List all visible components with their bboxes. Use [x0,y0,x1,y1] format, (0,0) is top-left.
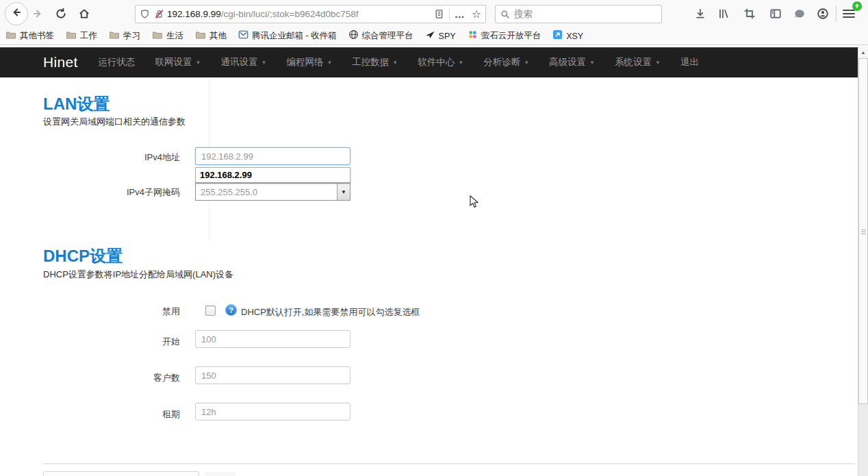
scrollbar-thumb[interactable] [858,58,868,404]
arrow-right-icon [31,8,44,23]
url-domain: 192.168.9.99 [167,9,221,19]
cut-off-element [205,473,235,476]
search-icon [500,10,510,19]
dhcp-lease-input[interactable] [195,403,350,421]
bookmark-folder-study[interactable]: 学习 [109,30,140,42]
browser-window: 192.168.9.99/cgi-bin/luci/;stok=b9624d0b… [0,0,868,476]
dhcp-start-label: 开始 [41,336,180,348]
autocomplete-dropdown: 192.168.2.99 [195,167,350,183]
dhcp-clients-input[interactable] [195,366,350,384]
nav-item-system-settings[interactable]: 系统设置 [615,56,661,68]
bookmark-label: 腾讯企业邮箱 - 收件箱 [252,30,337,42]
page-actions-icon[interactable] [455,8,465,20]
sidebar-button[interactable] [769,8,782,23]
bookmark-xsy[interactable]: XSY [552,29,583,42]
update-badge-icon [852,1,862,11]
lan-section-title: LAN设置 [43,93,110,115]
reload-icon [55,8,67,23]
folder-icon [66,30,77,42]
mail-icon [238,29,248,42]
autocomplete-suggestion[interactable]: 192.168.2.99 [196,168,350,182]
bookmark-spy[interactable]: SPY [425,29,456,42]
home-button[interactable] [78,8,90,23]
vertical-scrollbar[interactable] [858,47,868,476]
url-text: 192.168.9.99/cgi-bin/luci/;stok=b9624d0b… [167,9,434,19]
nav-item-advanced-settings[interactable]: 高级设置 [549,56,595,68]
downloads-button[interactable] [694,8,706,23]
bookmark-label: 工作 [80,30,97,42]
url-bar[interactable]: 192.168.9.99/cgi-bin/luci/;stok=b9624d0b… [135,5,486,23]
bookmark-label: SPY [439,32,456,41]
bookmarks-bar: 其他书签 工作 学习 生活 其他 腾讯企业邮箱 - 收件箱 综合管理平台 SP [0,27,868,45]
insecure-lock-icon[interactable] [154,9,164,19]
dhcp-disable-checkbox[interactable] [205,305,216,316]
dhcp-start-input[interactable] [195,330,350,348]
bookmark-folder-work[interactable]: 工作 [66,30,97,42]
scroll-up-icon[interactable] [858,47,868,58]
mouse-cursor [470,195,479,212]
bookmark-folder-life[interactable]: 生活 [152,30,183,42]
search-bar [495,5,662,23]
nav-item-logout[interactable]: 退出 [680,56,699,68]
chevron-down-icon [589,60,595,66]
lan-section-subtitle: 设置网关局域网端口相关的通信参数 [43,116,186,128]
bookmark-folder-misc[interactable]: 其他 [195,30,227,42]
chevron-down-icon [458,60,463,66]
brand-logo[interactable]: Hinet [43,54,78,71]
chevron-down-icon [327,60,332,66]
bookmark-label: 其他 [209,30,227,42]
library-button[interactable] [717,8,730,23]
dhcp-lease-label: 租期 [41,408,180,421]
forward-button[interactable] [31,8,44,23]
globe-icon [348,29,359,42]
reload-button[interactable] [55,8,67,23]
nav-item-status[interactable]: 运行状态 [99,56,136,68]
subnet-mask-value: 255.255.255.0 [196,187,337,197]
bookmark-label: 其他书签 [20,30,54,42]
help-icon[interactable] [225,304,237,316]
chevron-down-icon [655,60,661,66]
account-button[interactable] [817,8,829,23]
messenger-button[interactable] [793,8,806,23]
bookmark-label: 生活 [166,30,183,42]
back-button[interactable] [5,2,28,25]
dhcp-section-title: DHCP设置 [43,245,123,267]
section-divider [43,463,855,464]
folder-icon [5,30,16,42]
chevron-down-icon [524,60,529,66]
bookmark-tencent-mail[interactable]: 腾讯企业邮箱 - 收件箱 [238,29,337,42]
folder-icon [109,30,120,42]
reader-mode-icon[interactable] [434,9,444,19]
bookmark-star-icon[interactable] [472,8,481,21]
dropdown-arrow-icon[interactable] [337,184,350,200]
nav-item-diagnosis[interactable]: 分析诊断 [483,56,529,68]
scrollbar-grip-icon [861,229,866,236]
chevron-down-icon [261,60,266,66]
chevron-down-icon [392,60,398,66]
bookmark-label: XSY [566,32,583,41]
nav-item-programming-network[interactable]: 编程网络 [286,56,332,68]
nav-item-comm-settings[interactable]: 通讯设置 [220,56,266,68]
library-icon [717,8,730,23]
dhcp-clients-label: 客户数 [41,372,180,384]
urlbar-separator [449,8,450,21]
download-icon [694,8,706,23]
dhcp-disable-label: 禁用 [41,305,180,318]
bookmark-management-platform[interactable]: 综合管理平台 [348,29,413,42]
folder-icon [195,30,206,42]
ipv4-address-input[interactable] [195,147,350,165]
shield-icon[interactable] [140,9,150,19]
bookmark-folder-other-bookmarks[interactable]: 其他书签 [5,30,54,42]
nav-item-industrial-data[interactable]: 工控数据 [352,56,398,68]
bookmark-ezviz[interactable]: 萤石云开放平台 [468,29,541,42]
subnet-mask-label: IPv4子网掩码 [41,186,180,199]
bookmark-label: 综合管理平台 [362,30,413,42]
search-input[interactable] [514,9,656,19]
bookmark-label: 萤石云开放平台 [481,30,541,42]
nav-item-network-settings[interactable]: 联网设置 [155,56,201,68]
crop-icon [743,8,756,23]
nav-item-software-center[interactable]: 软件中心 [418,56,463,68]
bookmark-label: 学习 [123,30,140,42]
screenshot-button[interactable] [743,8,756,23]
subnet-mask-select[interactable]: 255.255.255.0 [195,183,350,201]
